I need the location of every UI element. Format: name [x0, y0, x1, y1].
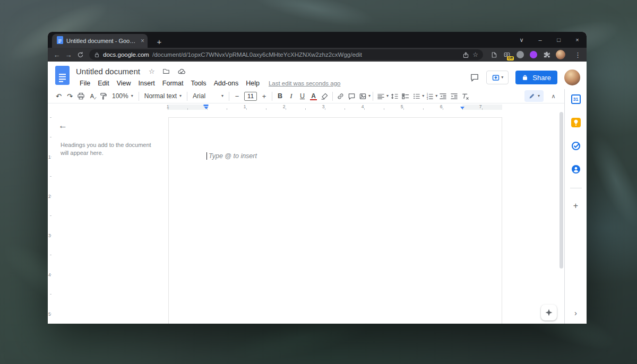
docs-header: Untitled document ☆ File Edit View I	[48, 62, 587, 89]
minimize-button[interactable]: –	[531, 32, 549, 48]
calendar-panel-icon[interactable]: 31	[571, 94, 581, 104]
toolbar-separator	[373, 92, 373, 101]
window-controls: ∨ – □ ×	[512, 32, 587, 48]
decrease-font-size-button[interactable]: −	[231, 91, 243, 101]
share-page-icon[interactable]	[462, 51, 469, 58]
move-folder-icon[interactable]	[162, 67, 170, 75]
print-button[interactable]	[75, 91, 87, 101]
ruler-number: 1	[244, 104, 246, 109]
capture-extension-icon[interactable]: Off	[503, 50, 511, 59]
get-addons-button[interactable]: +	[571, 201, 581, 211]
companion-side-panel: 31 + ›	[564, 89, 587, 324]
close-button[interactable]: ×	[568, 32, 587, 48]
underline-button[interactable]: U	[297, 91, 308, 101]
toolbar-separator	[332, 92, 333, 101]
forward-button[interactable]: →	[63, 51, 74, 59]
numbered-list-button[interactable]: 123	[424, 91, 435, 101]
font-select[interactable]: Arial▾	[190, 92, 227, 100]
right-indent-marker[interactable]	[460, 107, 464, 109]
insert-link-button[interactable]	[335, 91, 346, 101]
star-document-icon[interactable]: ☆	[149, 67, 155, 75]
font-size-field[interactable]: 11	[244, 92, 257, 101]
menu-insert[interactable]: Insert	[135, 80, 159, 87]
caret-down-icon: ▾	[179, 94, 182, 98]
close-outline-button[interactable]: ←	[58, 120, 67, 131]
outline-hint-text: Headings you add to the document will ap…	[61, 141, 155, 157]
line-spacing-button[interactable]	[389, 91, 400, 101]
increase-font-size-button[interactable]: +	[259, 91, 270, 101]
account-avatar[interactable]	[564, 70, 580, 85]
url-path: /document/d/1opxC7WNvxVpRMAL0axy6cMHteYc…	[152, 51, 362, 58]
align-button[interactable]	[375, 91, 386, 101]
menu-help[interactable]: Help	[242, 80, 263, 87]
bold-button[interactable]: B	[274, 91, 286, 101]
side-panel-divider	[570, 188, 582, 188]
maximize-button[interactable]: □	[549, 32, 568, 48]
zoom-select[interactable]: 100%▾	[109, 92, 136, 100]
tab-close-icon[interactable]: ×	[141, 38, 144, 44]
redo-button[interactable]: ↷	[64, 91, 75, 101]
text-cursor	[206, 152, 207, 160]
ruler-number: 3	[322, 104, 325, 109]
checklist-button[interactable]	[400, 91, 411, 101]
paint-format-button[interactable]	[98, 91, 109, 101]
increase-indent-button[interactable]	[449, 91, 460, 101]
tab-search-icon[interactable]: ∨	[512, 32, 531, 48]
docs-body: ↶ ↷ A✓ 100%▾ Normal text▾ Arial▾ −	[48, 89, 564, 324]
tab-title: Untitled document - Google Doc	[66, 38, 137, 44]
share-button[interactable]: Share	[515, 71, 557, 84]
vertical-ruler: 1 2 3 4 5	[48, 111, 53, 324]
italic-button[interactable]: I	[286, 91, 297, 101]
cloud-status-icon[interactable]	[177, 67, 185, 75]
add-comment-button[interactable]	[346, 91, 357, 101]
docs-logo-icon[interactable]	[55, 66, 70, 89]
ruler-number: 4	[361, 104, 364, 109]
grey-extension-icon[interactable]	[516, 50, 524, 59]
document-page[interactable]: Type @ to insert	[168, 117, 502, 324]
purple-extension-icon[interactable]	[529, 50, 538, 59]
left-indent-marker[interactable]	[204, 105, 209, 109]
menu-addons[interactable]: Add-ons	[210, 80, 243, 87]
menu-edit[interactable]: Edit	[94, 80, 113, 87]
browser-tab[interactable]: Untitled document - Google Doc ×	[52, 34, 148, 48]
text-color-button[interactable]: A	[308, 91, 319, 101]
puzzle-extensions-icon[interactable]	[543, 50, 551, 59]
menu-format[interactable]: Format	[159, 80, 187, 87]
explore-button[interactable]	[541, 305, 557, 320]
browser-profile-avatar[interactable]	[556, 50, 565, 59]
editing-mode-button[interactable]: ▾	[524, 90, 544, 102]
menu-view[interactable]: View	[113, 80, 135, 87]
doc-title[interactable]: Untitled document	[76, 67, 140, 76]
highlight-color-button[interactable]	[319, 91, 330, 101]
back-button[interactable]: ←	[51, 51, 63, 59]
hide-menus-button[interactable]: ∧	[548, 91, 559, 101]
reload-button[interactable]	[74, 51, 86, 58]
doc-title-row: Untitled document ☆	[76, 65, 470, 77]
browser-menu-icon[interactable]: ⋮	[574, 51, 581, 59]
menu-file[interactable]: File	[76, 80, 94, 87]
new-tab-button[interactable]: +	[153, 37, 166, 46]
bulleted-list-button[interactable]	[411, 91, 422, 101]
vertical-ruler-ticks	[50, 117, 51, 319]
url-field[interactable]: docs.google.com/document/d/1opxC7WNvxVpR…	[89, 49, 483, 60]
caret-down-icon[interactable]: ▾	[368, 94, 371, 98]
spellcheck-button[interactable]: A✓	[87, 91, 98, 101]
comments-icon[interactable]	[470, 73, 479, 82]
insert-image-button[interactable]	[357, 91, 368, 101]
present-to-meeting-button[interactable]: ▾	[486, 71, 509, 84]
bookmark-star-icon[interactable]: ☆	[472, 51, 478, 58]
tasks-panel-icon[interactable]	[571, 141, 581, 151]
contacts-panel-icon[interactable]	[571, 164, 581, 174]
paragraph-style-select[interactable]: Normal text▾	[141, 92, 185, 100]
undo-button[interactable]: ↶	[53, 91, 64, 101]
decrease-indent-button[interactable]	[437, 91, 449, 101]
collapse-panel-icon[interactable]: ›	[574, 308, 577, 317]
last-edit-link[interactable]: Last edit was seconds ago	[269, 80, 341, 86]
share-label: Share	[532, 74, 551, 82]
caret-down-icon: ▾	[501, 75, 503, 80]
menu-tools[interactable]: Tools	[187, 80, 210, 87]
scrollbar-thumb[interactable]	[559, 112, 563, 268]
notes-extension-icon[interactable]	[489, 50, 498, 59]
keep-panel-icon[interactable]	[571, 118, 581, 127]
clear-formatting-button[interactable]	[460, 91, 471, 101]
